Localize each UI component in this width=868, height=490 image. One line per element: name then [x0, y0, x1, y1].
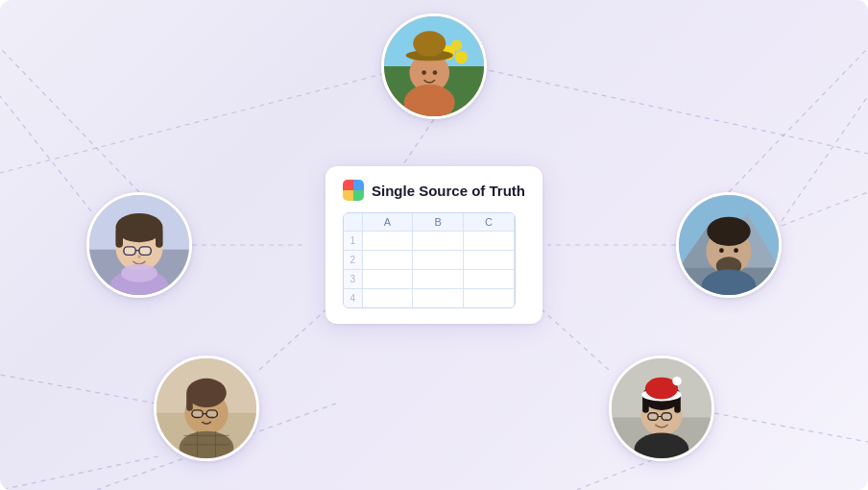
center-card: Single Source of Truth A B C 1234: [326, 166, 542, 324]
app-logo-icon: [343, 180, 364, 201]
svg-rect-58: [206, 410, 217, 418]
avatar-right: [676, 192, 782, 298]
svg-point-26: [413, 31, 446, 56]
avatar-bottom-right: [609, 355, 714, 461]
cell-c: [464, 270, 515, 289]
svg-point-47: [707, 217, 750, 246]
svg-point-23: [455, 51, 468, 63]
spreadsheet: A B C 1234: [343, 212, 516, 308]
cell-b: [413, 289, 464, 308]
svg-line-1: [470, 66, 868, 154]
cell-c: [464, 289, 515, 308]
row-number: 4: [344, 289, 362, 308]
avatar-bottom-right-image: [612, 358, 711, 458]
card-header: Single Source of Truth: [343, 180, 525, 201]
cell-c: [464, 232, 515, 251]
svg-line-15: [729, 48, 868, 192]
svg-rect-56: [186, 393, 193, 411]
spreadsheet-col-c: C: [464, 213, 515, 232]
svg-rect-35: [156, 228, 163, 248]
svg-rect-36: [124, 247, 135, 256]
avatar-right-image: [679, 195, 779, 295]
cell-b: [413, 270, 464, 289]
scene: .conn-line { stroke: #9090c8; stroke-wid…: [0, 0, 868, 490]
spreadsheet-col-b: B: [413, 213, 464, 232]
svg-line-13: [714, 413, 868, 442]
cell-a: [362, 251, 413, 270]
spreadsheet-table: A B C 1234: [344, 213, 515, 307]
spreadsheet-row: 4: [344, 289, 515, 308]
cell-a: [362, 289, 413, 308]
spreadsheet-col-a: A: [362, 213, 413, 232]
svg-line-7: [782, 96, 868, 221]
svg-point-39: [138, 256, 141, 258]
svg-rect-57: [192, 410, 203, 418]
svg-rect-37: [139, 247, 151, 256]
svg-line-10: [0, 375, 157, 404]
spreadsheet-body: 1234: [344, 232, 515, 308]
cell-a: [362, 270, 413, 289]
avatar-bottom-left-image: [157, 358, 256, 458]
svg-line-6: [782, 192, 868, 226]
spreadsheet-row: 1: [344, 232, 515, 251]
logo-quadrant-blue: [353, 180, 364, 190]
svg-point-50: [734, 248, 738, 253]
logo-quadrant-yellow: [343, 190, 353, 201]
logo-quadrant-green: [353, 190, 364, 201]
svg-point-28: [433, 70, 438, 75]
avatar-top: [381, 13, 487, 119]
svg-point-49: [719, 248, 724, 253]
cell-b: [413, 251, 464, 270]
row-number: 2: [344, 251, 362, 270]
card-title: Single Source of Truth: [372, 183, 525, 199]
svg-point-27: [422, 70, 426, 75]
svg-rect-34: [115, 228, 123, 248]
svg-line-4: [0, 96, 91, 211]
cell-c: [464, 251, 515, 270]
svg-rect-75: [662, 413, 671, 421]
cell-a: [362, 232, 413, 251]
spreadsheet-row: 3: [344, 270, 515, 289]
spreadsheet-header-row: A B C: [344, 213, 515, 232]
spreadsheet-corner-cell: [344, 213, 362, 232]
logo-quadrant-red: [343, 180, 353, 190]
svg-line-2: [0, 66, 413, 173]
svg-line-12: [576, 456, 662, 490]
row-number: 1: [344, 232, 362, 251]
avatar-bottom-left: [154, 355, 259, 461]
cell-b: [413, 232, 464, 251]
spreadsheet-row: 2: [344, 251, 515, 270]
avatar-left: [86, 192, 192, 298]
svg-point-21: [451, 40, 462, 51]
svg-point-73: [672, 377, 681, 385]
svg-line-16: [0, 48, 139, 192]
avatar-left-image: [89, 195, 189, 295]
row-number: 3: [344, 270, 362, 289]
svg-point-41: [121, 264, 157, 282]
svg-rect-74: [648, 413, 658, 421]
avatar-top-image: [384, 16, 484, 116]
svg-line-9: [0, 456, 158, 490]
